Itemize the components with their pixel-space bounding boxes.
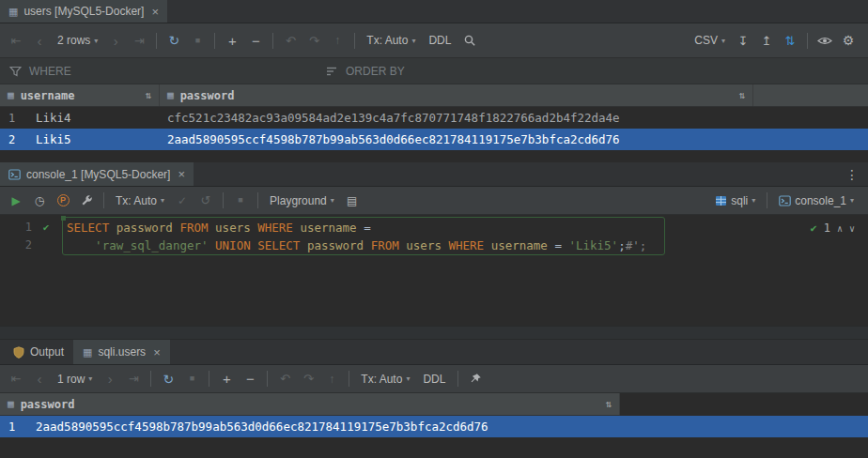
view-as-table-button[interactable]: ▤ xyxy=(341,191,364,211)
close-icon[interactable]: × xyxy=(178,167,185,181)
import-file-button[interactable]: ↥ xyxy=(755,30,778,51)
add-row-button[interactable]: + xyxy=(215,369,238,389)
gear-button[interactable]: ⚙ xyxy=(837,30,860,51)
schema-icon xyxy=(715,195,727,206)
tab-title: console_1 [MySQL5-Docker] xyxy=(26,168,170,181)
tab-output[interactable]: Output xyxy=(4,340,73,364)
undo-icon: ↶ xyxy=(280,373,290,385)
undo-button[interactable]: ↶ xyxy=(279,30,302,51)
rollback-button[interactable]: ↺ xyxy=(194,191,217,211)
result-grid-header: ▦password⇅ xyxy=(0,393,620,416)
remove-row-button[interactable]: − xyxy=(239,369,261,389)
table-row[interactable]: 12aad5890595ccf4598b787b99ab563d0d66ec82… xyxy=(0,416,868,437)
close-icon[interactable]: × xyxy=(153,345,161,359)
console-icon xyxy=(8,169,21,180)
sort-both-icon[interactable]: ⇅ xyxy=(145,89,151,101)
kebab-icon[interactable]: ⋮ xyxy=(836,162,868,186)
sort-both-icon[interactable]: ⇅ xyxy=(605,398,612,410)
tab-console-1[interactable]: console_1 [MySQL5-Docker] × xyxy=(0,162,194,186)
caret-up-icon[interactable]: ∧ xyxy=(837,223,843,234)
profile-p-button[interactable]: P xyxy=(52,191,74,211)
submit-button[interactable]: ↑ xyxy=(320,369,343,389)
redo-button[interactable]: ↷ xyxy=(302,30,325,51)
column-header-password[interactable]: ▦password⇅ xyxy=(160,84,753,106)
prev-page-button[interactable]: ‹ xyxy=(28,30,51,51)
row-number: 2 xyxy=(0,133,28,146)
submit-icon: ↑ xyxy=(329,374,334,385)
order-by-filter-field[interactable]: ORDER BY xyxy=(317,58,414,84)
bottom-filler xyxy=(0,437,868,458)
console-switcher-label: console_1 xyxy=(795,194,846,207)
redo-button[interactable]: ↷ xyxy=(297,369,319,389)
remove-row-button[interactable]: − xyxy=(244,30,267,51)
editor-line[interactable]: 1✔SELECT password FROM users WHERE usern… xyxy=(0,219,868,237)
export-format-dropdown[interactable]: CSV▾ xyxy=(689,30,731,51)
page-size-dropdown[interactable]: 2 rows▾ xyxy=(52,30,103,51)
sort-both-icon[interactable]: ⇅ xyxy=(738,89,745,101)
table-cell[interactable]: Liki5 xyxy=(28,132,160,146)
search-button[interactable] xyxy=(458,30,481,51)
submit-button[interactable]: ↑ xyxy=(326,30,349,51)
export-file-button[interactable]: ↧ xyxy=(732,30,754,51)
undo-button[interactable]: ↶ xyxy=(273,369,296,389)
tab-sqli-users[interactable]: ▦sqli.users× xyxy=(73,340,170,364)
close-icon[interactable]: × xyxy=(151,5,159,19)
tx-mode-dropdown[interactable]: Tx: Auto▾ xyxy=(355,369,415,389)
schema-switcher-dropdown[interactable]: sqli▾ xyxy=(709,191,761,211)
refresh-button[interactable]: ↻ xyxy=(163,30,185,51)
next-page-icon: › xyxy=(108,372,113,386)
history-clock-icon: ◷ xyxy=(35,195,44,206)
history-clock-button[interactable]: ◷ xyxy=(28,191,51,211)
grid-filter-bar: WHERE ORDER BY xyxy=(0,58,868,84)
pin-icon xyxy=(470,373,482,385)
table-cell[interactable]: cfc521c23482ac93a09584ad2e139c4a7fc87077… xyxy=(160,111,753,125)
add-row-button[interactable]: + xyxy=(221,30,243,51)
last-page-icon: ⇥ xyxy=(134,35,145,47)
redo-icon: ↷ xyxy=(303,373,314,385)
table-grid-icon: ▦ xyxy=(8,89,14,101)
table-cell[interactable]: 2aad5890595ccf4598b787b99ab563d0d66ec821… xyxy=(28,420,620,434)
playground-mode-dropdown[interactable]: Playground▾ xyxy=(264,191,340,211)
tx-mode-dropdown[interactable]: Tx: Auto▾ xyxy=(361,30,421,51)
commit-check-icon: ✓ xyxy=(178,195,187,206)
first-page-button[interactable]: ⇤ xyxy=(5,30,27,51)
table-row[interactable]: 1Liki4cfc521c23482ac93a09584ad2e139c4a7f… xyxy=(0,107,868,129)
table-cell[interactable]: Liki4 xyxy=(28,111,160,125)
caret-down-icon[interactable]: ∨ xyxy=(849,223,855,234)
next-page-button[interactable]: › xyxy=(99,369,121,389)
stop-button[interactable]: ■ xyxy=(180,369,203,389)
sync-arrows-button[interactable]: ⇅ xyxy=(779,30,801,51)
stop-button[interactable]: ■ xyxy=(229,191,252,211)
pin-button[interactable] xyxy=(464,369,487,389)
sql-editor[interactable]: 1✔SELECT password FROM users WHERE usern… xyxy=(0,215,868,326)
console-switcher-dropdown[interactable]: console_1▾ xyxy=(773,191,860,211)
tab-users-grid[interactable]: ▦ users [MySQL5-Docker] × xyxy=(0,0,167,23)
page-size-dropdown[interactable]: 1 row▾ xyxy=(52,369,98,389)
first-page-icon: ⇤ xyxy=(11,35,22,47)
stop-button[interactable]: ■ xyxy=(186,30,209,51)
tx-mode-dropdown[interactable]: Tx: Auto▾ xyxy=(110,191,170,211)
eye-button[interactable] xyxy=(814,30,836,51)
column-header-password[interactable]: ▦password⇅ xyxy=(0,393,620,415)
toolbar-separator xyxy=(156,33,157,49)
last-page-button[interactable]: ⇥ xyxy=(122,369,145,389)
dropdown-label: Tx: Auto xyxy=(366,34,408,47)
table-cell[interactable]: 2aad5890595ccf4598b787b99ab563d0d66ec821… xyxy=(160,132,753,146)
profile-p-icon: P xyxy=(57,194,70,206)
wrench-button[interactable] xyxy=(75,191,98,211)
panel-splitter[interactable] xyxy=(0,326,868,340)
column-header-username[interactable]: ▦username⇅ xyxy=(0,84,160,106)
where-filter-field[interactable]: WHERE xyxy=(0,58,317,84)
ddl-button[interactable]: DDL xyxy=(416,373,452,386)
next-page-button[interactable]: › xyxy=(104,30,127,51)
editor-line[interactable]: 2 'raw_sql_danger' UNION SELECT password… xyxy=(0,237,868,254)
grid-toolbar: ⇤‹2 rows▾›⇥↻■+−↶↷↑Tx: Auto▾DDL CSV▾↧↥⇅⚙ xyxy=(0,23,868,58)
last-page-button[interactable]: ⇥ xyxy=(128,30,150,51)
refresh-button[interactable]: ↻ xyxy=(157,369,179,389)
commit-check-button[interactable]: ✓ xyxy=(171,191,194,211)
table-row[interactable]: 2Liki52aad5890595ccf4598b787b99ab563d0d6… xyxy=(0,129,868,150)
ddl-button[interactable]: DDL xyxy=(422,34,457,47)
play-button[interactable]: ▶ xyxy=(5,191,27,211)
first-page-button[interactable]: ⇤ xyxy=(5,369,27,389)
prev-page-button[interactable]: ‹ xyxy=(28,369,51,389)
